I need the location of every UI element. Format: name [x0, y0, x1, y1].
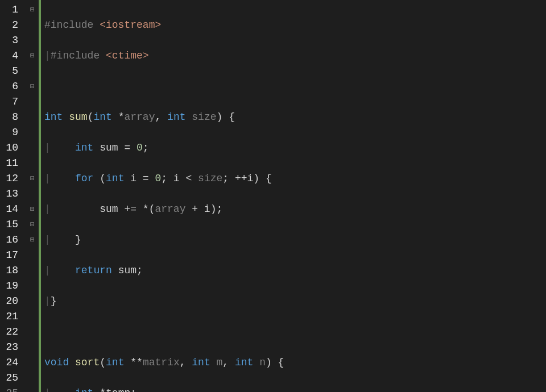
- line-number: 9: [0, 125, 22, 140]
- line-number: 16: [0, 232, 22, 248]
- code-content[interactable]: #include <iostream> |#include <ctime> in…: [44, 0, 546, 392]
- code-line[interactable]: | return sum;: [44, 263, 546, 278]
- line-number: 21: [0, 309, 22, 324]
- line-number: 10: [0, 140, 22, 156]
- code-line[interactable]: | int *temp;: [44, 386, 546, 392]
- fold-toggle-icon[interactable]: ⊟: [26, 171, 39, 186]
- line-number: 6: [0, 79, 22, 94]
- line-number: 25: [0, 370, 22, 386]
- line-number: 24: [0, 355, 22, 370]
- fold-toggle-icon[interactable]: ⊟: [26, 217, 39, 232]
- fold-toggle-icon[interactable]: ⊟: [26, 232, 39, 248]
- code-editor[interactable]: 1 2 3 4 5 6 7 8 9 10 11 12 13 14 15 16 1…: [0, 0, 546, 392]
- line-number: 13: [0, 186, 22, 202]
- code-line[interactable]: | int sum = 0;: [44, 140, 546, 156]
- code-line[interactable]: |}: [44, 294, 546, 309]
- code-line[interactable]: [44, 324, 546, 340]
- line-number: 22: [0, 324, 22, 340]
- line-number: 17: [0, 248, 22, 263]
- line-number: 20: [0, 294, 22, 309]
- line-number-gutter: 1 2 3 4 5 6 7 8 9 10 11 12 13 14 15 16 1…: [0, 0, 26, 392]
- line-number: 14: [0, 202, 22, 217]
- change-indicator-bar: [39, 0, 41, 392]
- code-line[interactable]: | sum += *(array + i);: [44, 202, 546, 217]
- line-number: 25: [0, 386, 22, 392]
- code-line[interactable]: [44, 79, 546, 94]
- line-number: 19: [0, 278, 22, 294]
- line-number: 2: [0, 18, 22, 33]
- line-number: 15: [0, 217, 22, 232]
- code-line[interactable]: |#include <ctime>: [44, 48, 546, 64]
- code-line[interactable]: int sum(int *array, int size) {: [44, 110, 546, 125]
- fold-gutter: ⊟ ⊟ ⊟ ⊟ ⊟ ⊟ ⊟: [26, 0, 39, 392]
- line-number: 7: [0, 94, 22, 110]
- line-number: 5: [0, 64, 22, 79]
- fold-toggle-icon[interactable]: ⊟: [26, 79, 39, 94]
- code-line[interactable]: | for (int i = 0; i < size; ++i) {: [44, 171, 546, 186]
- line-number: 4: [0, 48, 22, 64]
- line-number: 12: [0, 171, 22, 186]
- fold-toggle-icon[interactable]: ⊟: [26, 2, 39, 18]
- line-number: 3: [0, 33, 22, 48]
- code-line[interactable]: | }: [44, 232, 546, 248]
- line-number: 18: [0, 263, 22, 278]
- fold-toggle-icon[interactable]: ⊟: [26, 48, 39, 64]
- line-number: 23: [0, 340, 22, 355]
- code-line[interactable]: #include <iostream>: [44, 18, 546, 33]
- line-number: 8: [0, 110, 22, 125]
- code-line[interactable]: void sort(int **matrix, int m, int n) {: [44, 355, 546, 370]
- line-number: 11: [0, 156, 22, 171]
- fold-toggle-icon[interactable]: ⊟: [26, 202, 39, 217]
- line-number: 1: [0, 2, 22, 18]
